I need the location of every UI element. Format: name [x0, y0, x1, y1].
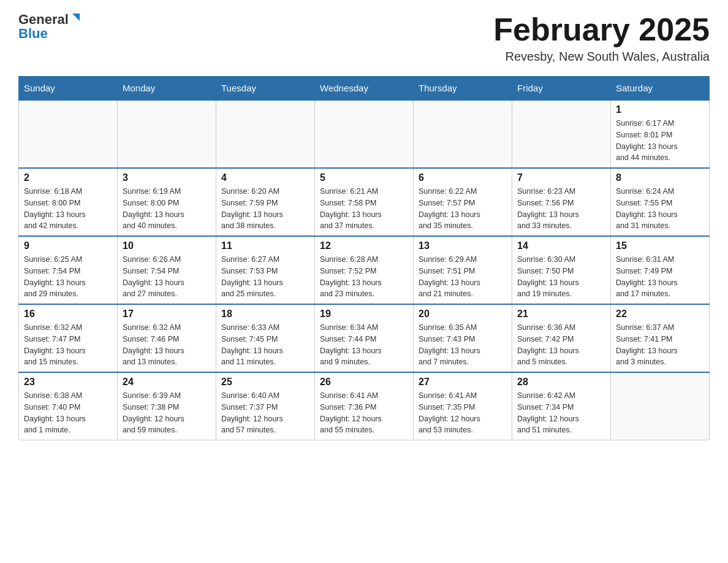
day-info: Sunrise: 6:19 AM Sunset: 8:00 PM Dayligh…: [123, 186, 211, 232]
calendar-cell: 2Sunrise: 6:18 AM Sunset: 8:00 PM Daylig…: [19, 168, 118, 236]
calendar-cell: 18Sunrise: 6:33 AM Sunset: 7:45 PM Dayli…: [216, 304, 315, 372]
weekday-header-monday: Monday: [118, 77, 216, 101]
day-info: Sunrise: 6:37 AM Sunset: 7:41 PM Dayligh…: [616, 322, 704, 368]
calendar-cell: 10Sunrise: 6:26 AM Sunset: 7:54 PM Dayli…: [118, 236, 216, 304]
calendar-cell: 24Sunrise: 6:39 AM Sunset: 7:38 PM Dayli…: [118, 372, 216, 440]
calendar-cell: 9Sunrise: 6:25 AM Sunset: 7:54 PM Daylig…: [19, 236, 118, 304]
calendar-cell: [216, 100, 315, 168]
day-info: Sunrise: 6:40 AM Sunset: 7:37 PM Dayligh…: [221, 390, 309, 436]
calendar-cell: 5Sunrise: 6:21 AM Sunset: 7:58 PM Daylig…: [315, 168, 414, 236]
day-info: Sunrise: 6:32 AM Sunset: 7:47 PM Dayligh…: [24, 322, 112, 368]
week-row-2: 2Sunrise: 6:18 AM Sunset: 8:00 PM Daylig…: [19, 168, 710, 236]
day-number: 28: [517, 377, 605, 388]
day-info: Sunrise: 6:20 AM Sunset: 7:59 PM Dayligh…: [221, 186, 309, 232]
logo-blue-text: Blue: [18, 27, 48, 40]
day-number: 17: [123, 308, 211, 320]
calendar-cell: 12Sunrise: 6:28 AM Sunset: 7:52 PM Dayli…: [315, 236, 414, 304]
calendar-cell: 22Sunrise: 6:37 AM Sunset: 7:41 PM Dayli…: [611, 304, 710, 372]
day-number: 13: [419, 240, 507, 251]
calendar-cell: 21Sunrise: 6:36 AM Sunset: 7:42 PM Dayli…: [512, 304, 611, 372]
day-number: 4: [221, 172, 309, 183]
weekday-header-thursday: Thursday: [414, 77, 512, 101]
day-info: Sunrise: 6:41 AM Sunset: 7:35 PM Dayligh…: [419, 390, 507, 436]
calendar-cell: 3Sunrise: 6:19 AM Sunset: 8:00 PM Daylig…: [118, 168, 216, 236]
day-number: 2: [24, 172, 112, 183]
logo-general-text: General: [18, 13, 69, 26]
day-number: 3: [123, 172, 211, 183]
weekday-header-wednesday: Wednesday: [315, 77, 414, 101]
calendar-cell: 15Sunrise: 6:31 AM Sunset: 7:49 PM Dayli…: [611, 236, 710, 304]
weekday-header-row: SundayMondayTuesdayWednesdayThursdayFrid…: [19, 77, 710, 101]
day-number: 26: [320, 377, 408, 388]
calendar-cell: 26Sunrise: 6:41 AM Sunset: 7:36 PM Dayli…: [315, 372, 414, 440]
day-number: 6: [419, 172, 507, 183]
day-number: 19: [320, 308, 408, 320]
calendar-cell: 11Sunrise: 6:27 AM Sunset: 7:53 PM Dayli…: [216, 236, 315, 304]
svg-marker-0: [72, 13, 80, 21]
day-info: Sunrise: 6:17 AM Sunset: 8:01 PM Dayligh…: [616, 118, 704, 164]
day-info: Sunrise: 6:30 AM Sunset: 7:50 PM Dayligh…: [517, 254, 605, 300]
day-info: Sunrise: 6:41 AM Sunset: 7:36 PM Dayligh…: [320, 390, 408, 436]
day-info: Sunrise: 6:18 AM Sunset: 8:00 PM Dayligh…: [24, 186, 112, 232]
day-number: 8: [616, 172, 704, 183]
day-info: Sunrise: 6:38 AM Sunset: 7:40 PM Dayligh…: [24, 390, 112, 436]
weekday-header-sunday: Sunday: [19, 77, 118, 101]
day-info: Sunrise: 6:31 AM Sunset: 7:49 PM Dayligh…: [616, 254, 704, 300]
calendar-cell: 27Sunrise: 6:41 AM Sunset: 7:35 PM Dayli…: [414, 372, 512, 440]
day-number: 27: [419, 377, 507, 388]
day-info: Sunrise: 6:42 AM Sunset: 7:34 PM Dayligh…: [517, 390, 605, 436]
calendar-cell: 13Sunrise: 6:29 AM Sunset: 7:51 PM Dayli…: [414, 236, 512, 304]
day-info: Sunrise: 6:24 AM Sunset: 7:55 PM Dayligh…: [616, 186, 704, 232]
day-number: 11: [221, 240, 309, 251]
day-info: Sunrise: 6:23 AM Sunset: 7:56 PM Dayligh…: [517, 186, 605, 232]
day-number: 1: [616, 104, 704, 115]
day-number: 7: [517, 172, 605, 183]
page-header: General Blue February 2025 Revesby, New …: [18, 12, 710, 64]
day-info: Sunrise: 6:39 AM Sunset: 7:38 PM Dayligh…: [123, 390, 211, 436]
week-row-5: 23Sunrise: 6:38 AM Sunset: 7:40 PM Dayli…: [19, 372, 710, 440]
day-number: 15: [616, 240, 704, 251]
calendar-cell: 25Sunrise: 6:40 AM Sunset: 7:37 PM Dayli…: [216, 372, 315, 440]
calendar-cell: [414, 100, 512, 168]
calendar-cell: [19, 100, 118, 168]
week-row-4: 16Sunrise: 6:32 AM Sunset: 7:47 PM Dayli…: [19, 304, 710, 372]
calendar-cell: 1Sunrise: 6:17 AM Sunset: 8:01 PM Daylig…: [611, 100, 710, 168]
day-info: Sunrise: 6:33 AM Sunset: 7:45 PM Dayligh…: [221, 322, 309, 368]
calendar-cell: 14Sunrise: 6:30 AM Sunset: 7:50 PM Dayli…: [512, 236, 611, 304]
day-number: 12: [320, 240, 408, 251]
day-number: 22: [616, 308, 704, 320]
logo-arrow-icon: [70, 11, 82, 23]
location-text: Revesby, New South Wales, Australia: [493, 50, 710, 64]
day-info: Sunrise: 6:21 AM Sunset: 7:58 PM Dayligh…: [320, 186, 408, 232]
weekday-header-saturday: Saturday: [611, 77, 710, 101]
calendar-cell: [315, 100, 414, 168]
day-info: Sunrise: 6:34 AM Sunset: 7:44 PM Dayligh…: [320, 322, 408, 368]
calendar-cell: 4Sunrise: 6:20 AM Sunset: 7:59 PM Daylig…: [216, 168, 315, 236]
week-row-3: 9Sunrise: 6:25 AM Sunset: 7:54 PM Daylig…: [19, 236, 710, 304]
day-number: 14: [517, 240, 605, 251]
day-info: Sunrise: 6:29 AM Sunset: 7:51 PM Dayligh…: [419, 254, 507, 300]
weekday-header-friday: Friday: [512, 77, 611, 101]
calendar-cell: 17Sunrise: 6:32 AM Sunset: 7:46 PM Dayli…: [118, 304, 216, 372]
title-block: February 2025 Revesby, New South Wales, …: [493, 12, 710, 64]
logo: General Blue: [18, 12, 82, 40]
calendar-cell: 23Sunrise: 6:38 AM Sunset: 7:40 PM Dayli…: [19, 372, 118, 440]
calendar-cell: [118, 100, 216, 168]
day-info: Sunrise: 6:28 AM Sunset: 7:52 PM Dayligh…: [320, 254, 408, 300]
day-number: 21: [517, 308, 605, 320]
day-number: 5: [320, 172, 408, 183]
day-info: Sunrise: 6:25 AM Sunset: 7:54 PM Dayligh…: [24, 254, 112, 300]
calendar-cell: 7Sunrise: 6:23 AM Sunset: 7:56 PM Daylig…: [512, 168, 611, 236]
day-info: Sunrise: 6:35 AM Sunset: 7:43 PM Dayligh…: [419, 322, 507, 368]
day-number: 24: [123, 377, 211, 388]
week-row-1: 1Sunrise: 6:17 AM Sunset: 8:01 PM Daylig…: [19, 100, 710, 168]
day-number: 23: [24, 377, 112, 388]
day-number: 9: [24, 240, 112, 251]
calendar-cell: 20Sunrise: 6:35 AM Sunset: 7:43 PM Dayli…: [414, 304, 512, 372]
calendar-cell: 28Sunrise: 6:42 AM Sunset: 7:34 PM Dayli…: [512, 372, 611, 440]
day-info: Sunrise: 6:26 AM Sunset: 7:54 PM Dayligh…: [123, 254, 211, 300]
calendar-cell: 6Sunrise: 6:22 AM Sunset: 7:57 PM Daylig…: [414, 168, 512, 236]
day-info: Sunrise: 6:32 AM Sunset: 7:46 PM Dayligh…: [123, 322, 211, 368]
day-info: Sunrise: 6:22 AM Sunset: 7:57 PM Dayligh…: [419, 186, 507, 232]
weekday-header-tuesday: Tuesday: [216, 77, 315, 101]
